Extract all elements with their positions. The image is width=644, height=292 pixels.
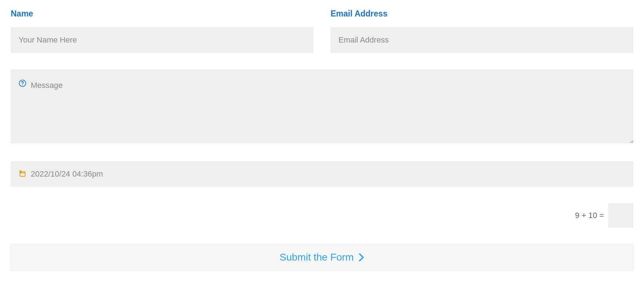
captcha-input[interactable] [608, 203, 633, 228]
date-input[interactable] [11, 161, 633, 187]
captcha-group: 9 + 10 = [11, 203, 633, 228]
email-input[interactable] [331, 27, 633, 53]
name-label: Name [11, 9, 313, 19]
message-input[interactable] [11, 69, 633, 143]
row-name-email: Name Email Address [11, 9, 633, 53]
chevron-right-icon [358, 253, 364, 262]
submit-button-label: Submit the Form [280, 252, 354, 263]
contact-form: Name Email Address [11, 9, 633, 271]
name-field-group: Name [11, 9, 313, 53]
message-field-group [11, 69, 633, 145]
submit-button[interactable]: Submit the Form [11, 244, 633, 271]
captcha-question: 9 + 10 = [575, 211, 604, 220]
date-field-group [11, 161, 633, 187]
name-input[interactable] [11, 27, 313, 53]
email-field-group: Email Address [331, 9, 633, 53]
email-label: Email Address [331, 9, 633, 19]
